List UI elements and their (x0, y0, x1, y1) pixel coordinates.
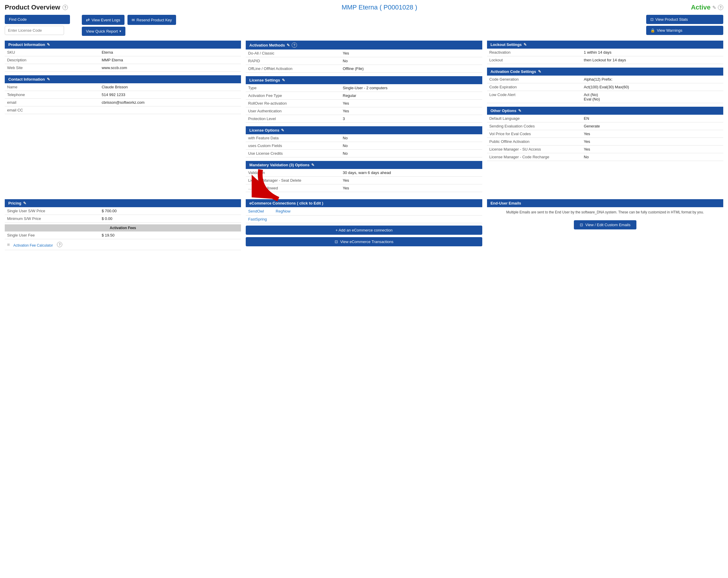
license-settings-section: License Settings ✎ TypeSingle-User - 2 c… (246, 76, 482, 123)
ecommerce-link-fastspring[interactable]: FastSpring (248, 217, 267, 221)
row-value: No (340, 142, 482, 150)
table-row: Protection Level3 (246, 115, 482, 123)
row-label: Web Site (5, 64, 99, 72)
row-label: RAPID (246, 57, 340, 65)
row-value: 514 992 1233 (99, 91, 241, 99)
row-value: Generate (581, 123, 723, 130)
activation-methods-help-icon[interactable]: ? (292, 43, 297, 48)
row-label: License Manager - Code Recharge (487, 153, 581, 161)
license-options-edit-icon[interactable]: ✎ (281, 128, 284, 132)
row-label: Code Generation (487, 76, 581, 83)
row-label: Public Offline Activation (487, 138, 581, 146)
row-value: 3 (340, 115, 482, 123)
row-value: No (340, 57, 482, 65)
row-label: Do-All / Classic (246, 50, 340, 57)
table-row: emailcbrisson@softworkz.com (5, 99, 241, 106)
ecommerce-link-sendowl[interactable]: SendOwl (248, 209, 264, 213)
row-label: Type (246, 84, 340, 92)
row-value: No (581, 153, 723, 161)
other-options-section: Other Options ✎ Default LanguageENSendin… (487, 107, 723, 161)
table-row: License Manager - SU AccessYes (487, 146, 723, 153)
page-title: Product Overview ? (5, 4, 68, 11)
row-label: Name (5, 83, 99, 91)
table-row: Telephone514 992 1233 (5, 91, 241, 99)
table-row: Activation Fee TypeRegular (246, 92, 482, 100)
table-row: with Feature DataNo (246, 134, 482, 142)
row-value: Yes (340, 50, 482, 57)
contact-info-edit-icon[interactable]: ✎ (47, 77, 50, 81)
status-edit-icon[interactable]: ✎ (712, 5, 716, 10)
pricing-edit-icon[interactable]: ✎ (23, 201, 26, 205)
row-value: cbrisson@softworkz.com (99, 99, 241, 106)
row-label: Telephone (5, 91, 99, 99)
table-row: ...riptions allowedYes (246, 184, 482, 192)
ecommerce-header[interactable]: eCommerce Connections ( click to Edit ) (246, 199, 482, 207)
row-value: Regular (340, 92, 482, 100)
lockout-settings-edit-icon[interactable]: ✎ (523, 43, 527, 47)
row-label: Activation Fee Type (246, 92, 340, 100)
row-value: Yes (581, 130, 723, 138)
row-value: Yes (581, 146, 723, 153)
row-value: Offline (File) (340, 65, 482, 73)
add-ecommerce-connection-button[interactable]: + Add an eCommerce connection (246, 226, 482, 235)
row-value: Eterna (99, 49, 241, 56)
license-settings-edit-icon[interactable]: ✎ (282, 78, 285, 82)
calculator-help-icon[interactable]: ? (57, 242, 62, 247)
row-value: Claude Brisson (99, 83, 241, 91)
table-row: Single User S/W Price$ 700.00 (5, 207, 241, 215)
row-label: email CC (5, 106, 99, 114)
row-value: No (340, 134, 482, 142)
table-row: Public Offline ActivationYes (487, 138, 723, 146)
row-label: User Authentication (246, 107, 340, 115)
row-value: $ 19.50 (99, 232, 241, 239)
product-info-edit-icon[interactable]: ✎ (47, 43, 50, 47)
row-value: $ 0.00 (99, 215, 241, 222)
view-edit-custom-emails-button[interactable]: ⊡ View / Edit Custom Emails (574, 220, 636, 230)
activation-methods-edit-icon[interactable]: ✎ (287, 43, 290, 47)
status-help-icon[interactable]: ? (718, 5, 723, 10)
activation-fee-calculator-link[interactable]: Activation Fee Calculator (11, 242, 55, 249)
view-ecommerce-transactions-button[interactable]: ⊡ View eCommerce Transactions (246, 237, 482, 246)
resend-product-key-button[interactable]: ✉ Resend Product Key (127, 15, 176, 25)
table-row: Low Code AlertAct (No) Eval (No) (487, 91, 723, 103)
row-value: No (340, 150, 482, 157)
row-label: Minimum S/W Price (5, 215, 99, 222)
table-row: Validation30 days, warn 6 days ahead (246, 169, 482, 177)
other-options-edit-icon[interactable]: ✎ (518, 108, 521, 113)
row-value: Yes (340, 184, 482, 192)
table-row: Minimum S/W Price$ 0.00 (5, 215, 241, 222)
page-title-help-icon[interactable]: ? (62, 5, 68, 10)
row-value: then Lockout for 14 days (581, 56, 723, 64)
table-row: Sending Evaluation CodesGenerate (487, 123, 723, 130)
pricing-section: Pricing ✎ Single User S/W Price$ 700.00M… (5, 199, 241, 250)
row-label: Description (5, 56, 99, 64)
row-value: EN (581, 115, 723, 123)
table-row: uses Custom FieldsNo (246, 142, 482, 150)
row-value: Alpha(12) Prefix: (581, 76, 723, 83)
row-value (99, 106, 241, 114)
row-value: www.sccb.com (99, 64, 241, 72)
row-value: Single-User - 2 computers (340, 84, 482, 92)
status-label: Active (691, 4, 710, 11)
view-warnings-button[interactable]: 🔒 View Warnings (646, 26, 723, 35)
row-label: RollOver Re-activation (246, 100, 340, 107)
mandatory-validation-edit-icon[interactable]: ✎ (311, 163, 314, 167)
row-label: Use License Credits (246, 150, 340, 157)
row-label: Sending Evaluation Codes (487, 123, 581, 130)
view-event-logs-button[interactable]: ⇄ View Event Logs (82, 15, 125, 25)
view-product-stats-button[interactable]: ⊡ View Product Stats (646, 15, 723, 24)
row-value: 1 within 14 days (581, 49, 723, 56)
activation-code-settings-edit-icon[interactable]: ✎ (538, 69, 541, 74)
table-row: License Manager - Seat DeleteYes (246, 177, 482, 184)
row-label: Reactivation (487, 49, 581, 56)
view-quick-report-button[interactable]: View Quick Report ▾ (82, 27, 125, 36)
ecommerce-link-regnow[interactable]: RegNow (276, 209, 290, 213)
license-code-input[interactable] (5, 26, 64, 35)
find-code-button[interactable]: Find Code (5, 15, 70, 24)
contact-information-section: Contact Information ✎ NameClaude Brisson… (5, 75, 241, 114)
row-label: Low Code Alert (487, 91, 581, 103)
row-label: Validation (246, 169, 340, 177)
row-value: $ 700.00 (99, 207, 241, 215)
license-options-section: License Options ✎ with Feature DataNouse… (246, 126, 482, 157)
table-row: TypeSingle-User - 2 computers (246, 84, 482, 92)
